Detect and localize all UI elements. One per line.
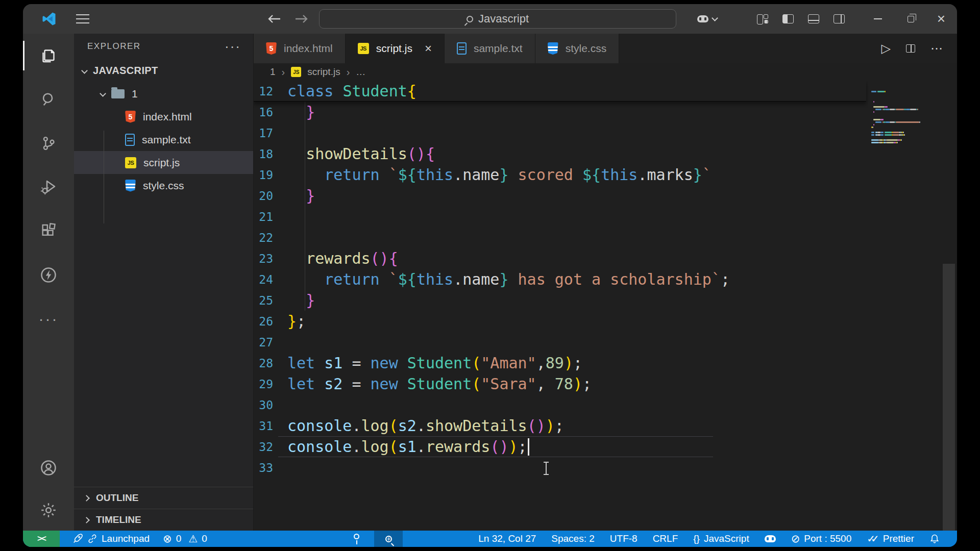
indentation-setting[interactable]: Spaces: 2 <box>551 533 595 544</box>
errors-count: 0 <box>176 533 182 544</box>
menu-icon[interactable] <box>76 14 89 23</box>
workspace-name: JAVASCRIPT <box>93 65 158 77</box>
editor-group: 5index.htmlJSscript.js×sample.txtstyle.c… <box>254 34 957 531</box>
line-number: 12 <box>254 85 282 98</box>
timeline-label: TIMELINE <box>96 514 141 525</box>
status-bar: >< Launchpad ⊗ 0 ⚠ 0 <box>23 531 957 547</box>
link-icon <box>87 534 97 544</box>
code-line-28[interactable]: 28let s1 = new Student("Aman",89); <box>254 353 957 373</box>
sidebar-item-search[interactable] <box>23 78 74 121</box>
restore-button[interactable] <box>905 4 916 34</box>
sidebar-item-extensions[interactable] <box>23 209 74 253</box>
code-line-25[interactable]: 25 } <box>254 290 957 311</box>
code-line-29[interactable]: 29let s2 = new Student("Sara", 78); <box>254 373 957 394</box>
file-row-index.html[interactable]: 5index.html <box>74 105 253 128</box>
toggle-secondary-sidebar-button[interactable] <box>834 4 845 34</box>
language-mode[interactable]: {} JavaScript <box>693 533 749 544</box>
code-line-20[interactable]: 20 } <box>254 185 957 206</box>
run-code-button[interactable]: ▷ <box>881 41 891 56</box>
screencast-probe-icon[interactable] <box>354 534 359 539</box>
minimap-line <box>871 114 935 115</box>
line-content: return `${this.name} scored ${this.marks… <box>282 166 712 184</box>
sidebar-item-thunder-client[interactable] <box>23 253 74 297</box>
breadcrumb-symbol[interactable]: … <box>356 66 365 78</box>
encoding-setting[interactable]: UTF-8 <box>610 533 638 544</box>
code-line-18[interactable]: 18 showDetails(){ <box>254 143 957 164</box>
toggle-primary-sidebar-button[interactable] <box>782 4 794 34</box>
line-content: console.log(s2.showDetails()); <box>282 417 564 435</box>
code-line-33[interactable]: 33 <box>254 457 957 478</box>
problems-button[interactable]: ⊗ 0 ⚠ 0 <box>163 533 207 545</box>
line-number: 20 <box>254 189 282 203</box>
port-icon: ⊘ <box>791 533 800 545</box>
timeline-section[interactable]: TIMELINE <box>74 509 253 531</box>
file-row-script.js[interactable]: JSscript.js <box>74 151 253 174</box>
explorer-more-actions[interactable]: ··· <box>225 44 241 49</box>
minimap-line <box>871 139 935 141</box>
workspace-section-javascript[interactable]: JAVASCRIPT <box>74 59 253 82</box>
tab-style.css[interactable]: style.css <box>535 34 620 63</box>
toggle-panel-button[interactable] <box>808 4 819 34</box>
code-line-32[interactable]: 32console.log(s1.rewards()); <box>254 436 957 457</box>
close-button[interactable]: × <box>936 4 947 34</box>
account-button[interactable] <box>23 446 74 490</box>
notifications-bell-icon[interactable] <box>929 534 940 544</box>
breadcrumb-folder[interactable]: 1 <box>270 66 276 78</box>
cursor-position[interactable]: Ln 32, Col 27 <box>478 533 536 544</box>
file-name: style.css <box>143 180 184 192</box>
minimize-button[interactable] <box>872 4 884 34</box>
sidebar-item-explorer[interactable] <box>23 34 74 78</box>
sidebar-more-actions[interactable]: ··· <box>23 297 74 341</box>
file-name: sample.txt <box>142 134 191 146</box>
indent-guide <box>104 131 104 223</box>
code-line-21[interactable]: 21 <box>254 206 957 227</box>
breadcrumb-file[interactable]: script.js <box>307 66 340 78</box>
tab-script.js[interactable]: JSscript.js× <box>346 34 445 63</box>
more-icon: ··· <box>39 310 59 328</box>
split-editor-button[interactable] <box>906 44 915 53</box>
scrollbar-thumb[interactable] <box>943 264 955 531</box>
settings-button[interactable] <box>23 490 74 531</box>
folder-row-1[interactable]: 1 <box>74 82 253 105</box>
tab-sample.txt[interactable]: sample.txt <box>445 34 535 63</box>
thunder-client-icon <box>39 266 58 284</box>
outline-section[interactable]: OUTLINE <box>74 487 253 509</box>
code-line-31[interactable]: 31console.log(s2.showDetails()); <box>254 415 957 436</box>
double-check-icon: ✓✓ <box>867 533 879 545</box>
code-line-19[interactable]: 19 return `${this.name} scored ${this.ma… <box>254 164 957 185</box>
launchpad-button[interactable]: Launchpad <box>72 533 150 544</box>
editor-more-actions[interactable]: ⋯ <box>930 41 944 56</box>
customize-layout-button[interactable] <box>757 4 768 34</box>
file-row-style.css[interactable]: style.css <box>74 174 253 197</box>
code-line-30[interactable]: 30 <box>254 394 957 415</box>
search-view-icon <box>40 91 57 108</box>
code-line-16[interactable]: 16 } <box>254 102 957 122</box>
code-line-26[interactable]: 26}; <box>254 311 957 332</box>
remote-indicator[interactable]: >< <box>23 531 60 547</box>
sidebar-item-run-debug[interactable] <box>23 165 74 209</box>
minimap-line <box>871 101 935 103</box>
account-icon <box>39 459 58 477</box>
file-row-sample.txt[interactable]: sample.txt <box>74 128 253 151</box>
code-line-24[interactable]: 24 return `${this.name} has got a schola… <box>254 269 957 290</box>
code-line-12[interactable]: 12class Student{ <box>254 81 866 102</box>
sticky-scroll-line[interactable]: 12class Student{ <box>254 81 866 102</box>
code-line-17[interactable]: 17 <box>254 122 957 143</box>
copilot-status-button[interactable] <box>765 535 776 542</box>
prettier-button[interactable]: ✓✓ Prettier <box>867 533 914 545</box>
code-line-22[interactable]: 22 <box>254 227 957 248</box>
eol-setting[interactable]: CRLF <box>653 533 678 544</box>
command-center-search[interactable]: Javascript <box>319 9 676 29</box>
minimap[interactable] <box>868 81 938 531</box>
sidebar-item-source-control[interactable] <box>23 121 74 165</box>
zoom-tool-button[interactable] <box>374 531 403 547</box>
code-editor[interactable]: 12class Student{ 16 }1718 showDetails(){… <box>254 81 957 531</box>
tab-index.html[interactable]: 5index.html <box>254 34 346 63</box>
copilot-button[interactable] <box>697 4 717 34</box>
back-arrow-icon[interactable] <box>267 13 281 24</box>
code-line-23[interactable]: 23 rewards(){ <box>254 248 957 269</box>
forward-arrow-icon[interactable] <box>295 13 309 24</box>
code-line-27[interactable]: 27 <box>254 332 957 353</box>
live-server-port[interactable]: ⊘ Port : 5500 <box>791 533 852 545</box>
close-tab-icon[interactable]: × <box>425 42 432 55</box>
